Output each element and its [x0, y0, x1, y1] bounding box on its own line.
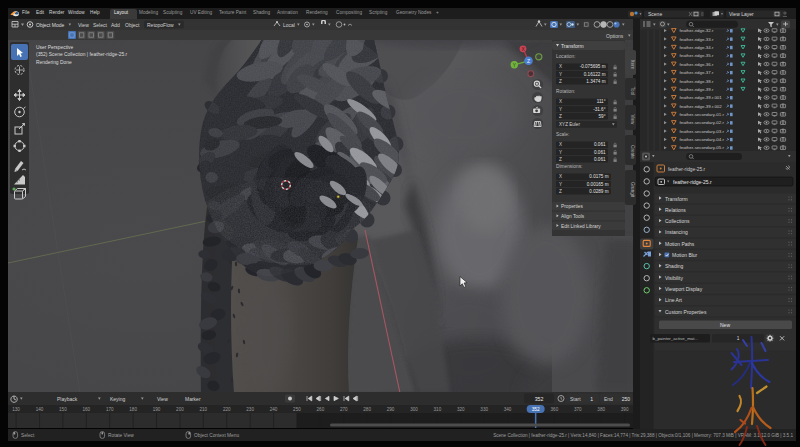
svg-text:RetopoFlow: RetopoFlow: [147, 22, 174, 28]
svg-text:220: 220: [223, 407, 231, 412]
svg-text:Shading: Shading: [665, 263, 684, 269]
svg-text:X: X: [559, 174, 562, 179]
svg-text:360: 360: [551, 407, 559, 412]
svg-text:feather-ridge-38.r: feather-ridge-38.r: [680, 78, 714, 83]
svg-text:0.16122 m: 0.16122 m: [584, 72, 606, 77]
svg-text:260: 260: [317, 407, 325, 412]
svg-text:Instancing: Instancing: [665, 229, 688, 235]
svg-text:280: 280: [363, 407, 371, 412]
svg-text:Keying: Keying: [110, 396, 126, 402]
svg-text:Dimensions:: Dimensions:: [556, 164, 582, 169]
svg-text:feather-ridge-36.r: feather-ridge-36.r: [680, 61, 714, 66]
svg-text:User Perspective: User Perspective: [36, 44, 74, 49]
svg-text:190: 190: [153, 407, 161, 412]
svg-text:160: 160: [82, 407, 90, 412]
svg-text:0.061: 0.061: [594, 150, 606, 155]
svg-text:Z: Z: [527, 58, 530, 64]
svg-text:feather-ridge-34.r: feather-ridge-34.r: [680, 45, 714, 50]
svg-text:290: 290: [387, 407, 395, 412]
svg-text:feather-ridge-39.r.001: feather-ridge-39.r.001: [680, 95, 723, 100]
svg-text:300: 300: [410, 407, 418, 412]
svg-text:Rendering Done: Rendering Done: [36, 59, 72, 64]
svg-text:Create: Create: [630, 145, 635, 159]
svg-text:Start: Start: [570, 396, 581, 402]
svg-text:-31.6°: -31.6°: [593, 107, 605, 112]
svg-text:Y: Y: [559, 150, 562, 155]
svg-text:feather-secondary-01.r: feather-secondary-01.r: [680, 111, 725, 116]
svg-text:feather-secondary-04.r: feather-secondary-04.r: [680, 137, 725, 142]
svg-text:320: 320: [457, 407, 465, 412]
svg-text:b_painter_active_mat...: b_painter_active_mat...: [653, 336, 699, 341]
svg-text:270: 270: [340, 407, 348, 412]
svg-text:330: 330: [480, 407, 488, 412]
svg-text:Y: Y: [559, 107, 562, 112]
svg-text:Options: Options: [606, 32, 624, 38]
svg-text:Rotate View: Rotate View: [108, 433, 134, 438]
svg-text:250: 250: [293, 407, 301, 412]
svg-text:Motion Blur: Motion Blur: [672, 252, 698, 258]
svg-text:X: X: [559, 99, 562, 104]
svg-text:Y: Y: [559, 182, 562, 187]
svg-text:Y: Y: [559, 72, 562, 77]
svg-text:Edit Linked Library: Edit Linked Library: [561, 224, 601, 229]
svg-text:feather-ridge-32.r: feather-ridge-32.r: [680, 28, 714, 33]
svg-text:Marker: Marker: [185, 396, 201, 402]
svg-text:Local: Local: [283, 22, 295, 28]
svg-text:End: End: [604, 396, 613, 402]
svg-text:240: 240: [270, 407, 278, 412]
svg-text:310: 310: [434, 407, 442, 412]
svg-text:XYZ Euler: XYZ Euler: [559, 122, 580, 127]
svg-text:0.061: 0.061: [594, 157, 606, 162]
svg-text:Custom Properties: Custom Properties: [665, 309, 707, 315]
svg-text:380: 380: [597, 407, 605, 412]
svg-text:View: View: [630, 115, 635, 126]
svg-text:feather-secondary-02.r: feather-secondary-02.r: [680, 120, 725, 125]
svg-text:View: View: [157, 396, 168, 402]
svg-text:390: 390: [621, 407, 629, 412]
svg-text:Transform: Transform: [665, 196, 688, 202]
svg-text:Scene: Scene: [648, 10, 662, 16]
svg-text:Collections: Collections: [665, 218, 690, 224]
svg-text:Object Context Menu: Object Context Menu: [194, 433, 239, 438]
svg-text:Viewport Display: Viewport Display: [665, 286, 703, 292]
svg-text:Tool: Tool: [630, 87, 635, 95]
svg-text:111°: 111°: [597, 99, 606, 104]
svg-text:352: 352: [532, 407, 540, 412]
svg-text:Select: Select: [93, 22, 108, 28]
svg-text:Rotation:: Rotation:: [556, 89, 575, 94]
svg-text:1: 1: [590, 396, 593, 402]
svg-text:370: 370: [574, 407, 582, 412]
svg-text:250: 250: [622, 396, 631, 402]
svg-text:Z: Z: [559, 157, 562, 162]
svg-text:Z: Z: [559, 79, 562, 84]
svg-text:Z: Z: [559, 114, 562, 119]
svg-text:New: New: [720, 322, 730, 328]
svg-text:130: 130: [12, 407, 20, 412]
svg-text:140: 140: [36, 407, 44, 412]
svg-text:X: X: [559, 64, 562, 69]
svg-text:Add: Add: [111, 22, 120, 28]
svg-text:Scale:: Scale:: [556, 132, 569, 137]
svg-text:feather-ridge-39.r: feather-ridge-39.r: [680, 86, 714, 91]
svg-text:feather-ridge-25.r: feather-ridge-25.r: [668, 167, 705, 172]
svg-text:Z: Z: [559, 189, 562, 194]
svg-text:Properties: Properties: [561, 204, 583, 209]
svg-text:feather-ridge-35.r: feather-ridge-35.r: [680, 53, 714, 58]
svg-text:feather-ridge-37.r: feather-ridge-37.r: [680, 70, 714, 75]
svg-text:1.3474 m: 1.3474 m: [586, 79, 605, 84]
svg-text:340: 340: [504, 407, 512, 412]
svg-text:Object Mode: Object Mode: [36, 22, 65, 28]
svg-text:X: X: [559, 142, 562, 147]
svg-text:230: 230: [246, 407, 254, 412]
svg-text:(352) Scene Collection | feath: (352) Scene Collection | feather-ridge-2…: [36, 52, 128, 57]
svg-text:150: 150: [59, 407, 67, 412]
svg-text:Location:: Location:: [556, 54, 575, 59]
svg-text:View Layer: View Layer: [729, 10, 754, 16]
svg-text:Relations: Relations: [665, 207, 686, 213]
svg-text:View: View: [78, 22, 89, 28]
svg-text:feather-ridge-33.r: feather-ridge-33.r: [680, 36, 714, 41]
svg-text:0.0289 m: 0.0289 m: [589, 189, 608, 194]
svg-text:-0.075695 m: -0.075695 m: [580, 64, 606, 69]
svg-text:Grungit: Grungit: [630, 182, 635, 198]
svg-text:feather-ridge-25.r: feather-ridge-25.r: [673, 179, 712, 185]
